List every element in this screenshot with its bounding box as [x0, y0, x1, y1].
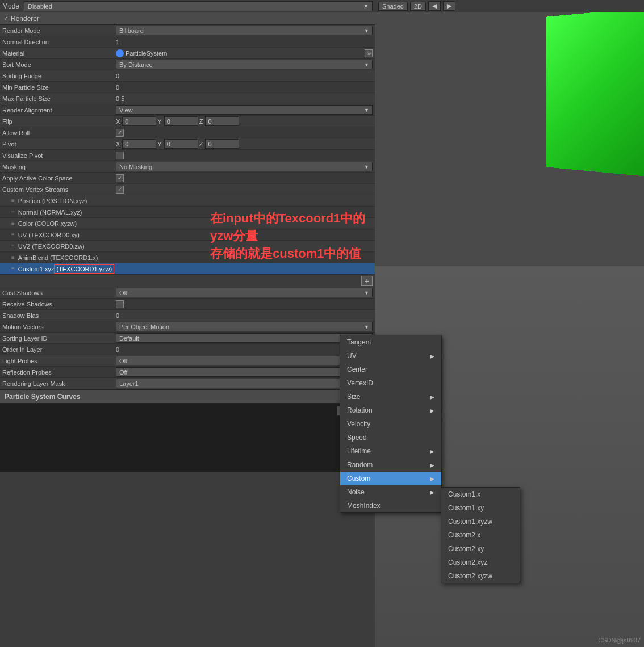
- ctx-size[interactable]: Size ▶: [340, 390, 441, 404]
- dropdown-render-mode[interactable]: Billboard ▼: [116, 26, 373, 35]
- label-sorting-layer-id: Sorting Layer ID: [2, 335, 116, 342]
- sub-ctx-custom1xy[interactable]: Custom1.xy: [441, 501, 520, 515]
- mode-dropdown[interactable]: Disabled ▼: [24, 1, 373, 11]
- prop-sorting-fudge: Sorting Fudge 0: [0, 70, 375, 82]
- flip-z[interactable]: [205, 116, 239, 126]
- prop-allow-roll: Allow Roll ✓: [0, 127, 375, 138]
- prop-cast-shadows: Cast Shadows Off ▼: [0, 287, 375, 299]
- ctx-custom[interactable]: Custom ▶: [340, 472, 441, 485]
- ctx-random[interactable]: Random ▶: [340, 458, 441, 472]
- stream-color: ≡ Color (COLOR.xyzw): [0, 218, 375, 229]
- curves-area: Optimize: [0, 404, 375, 472]
- value-shadow-bias: 0: [116, 312, 373, 319]
- dropdown-render-alignment[interactable]: View ▼: [116, 105, 373, 115]
- label-sorting-fudge: Sorting Fudge: [2, 73, 116, 79]
- prop-max-particle-size: Max Particle Size 0.5: [0, 93, 375, 104]
- pivot-xyz: X Y Z: [116, 139, 373, 149]
- dropdown-motion-vectors[interactable]: Per Object Motion ▼: [116, 322, 373, 331]
- ctx-center[interactable]: Center: [340, 363, 441, 376]
- value-normal-direction: 1: [116, 39, 373, 45]
- prop-pivot: Pivot X Y Z: [0, 138, 375, 150]
- dropdown-reflection-probes[interactable]: Off ▼: [116, 367, 373, 377]
- renderer-header: ✓ Renderer: [0, 12, 375, 25]
- label-allow-roll: Allow Roll: [2, 129, 116, 136]
- flip-y[interactable]: [164, 116, 198, 126]
- stream-normal: ≡ Normal (NORMAL.xyz): [0, 207, 375, 218]
- value-order-in-layer: 0: [116, 346, 373, 353]
- checkbox-visualize-pivot[interactable]: [116, 152, 124, 159]
- checkbox-receive-shadows[interactable]: [116, 300, 124, 308]
- label-visualize-pivot: Visualize Pivot: [2, 152, 116, 159]
- sub-ctx-custom2x[interactable]: Custom2.x: [441, 528, 520, 542]
- checkbox-allow-roll[interactable]: ✓: [116, 129, 124, 137]
- label-apply-active-color: Apply Active Color Space: [2, 175, 116, 182]
- value-sorting-fudge: 0: [116, 73, 373, 79]
- watermark: CSDN@js0907: [598, 637, 641, 644]
- label-material: Material: [2, 50, 116, 57]
- ctx-uv[interactable]: UV ▶: [340, 349, 441, 363]
- flip-x[interactable]: [122, 116, 156, 126]
- prop-normal-direction: Normal Direction 1: [0, 36, 375, 48]
- ctx-rotation[interactable]: Rotation ▶: [340, 404, 441, 417]
- dropdown-sorting-layer-id[interactable]: Default ▼: [116, 333, 373, 343]
- label-render-mode: Render Mode: [2, 27, 116, 34]
- viewport-nav-next[interactable]: ▶: [443, 1, 455, 11]
- sub-ctx-custom1xyzw[interactable]: Custom1.xyzw: [441, 515, 520, 528]
- vertex-streams-section: ≡ Position (POSITION.xyz) ≡ Normal (NORM…: [0, 195, 375, 287]
- renderer-label: Renderer: [11, 15, 39, 23]
- material-pick-btn[interactable]: ◎: [365, 49, 373, 57]
- label-render-alignment: Render Alignment: [2, 107, 116, 114]
- mode-dropdown-arrow: ▼: [363, 3, 369, 9]
- renderer-check: ✓: [3, 15, 9, 22]
- label-masking: Masking: [2, 163, 116, 170]
- checkbox-custom-vertex-streams[interactable]: ✓: [116, 186, 124, 194]
- ctx-lifetime[interactable]: Lifetime ▶: [340, 444, 441, 458]
- ctx-vertexid[interactable]: VertexID: [340, 376, 441, 390]
- ctx-velocity[interactable]: Velocity: [340, 417, 441, 431]
- prop-visualize-pivot: Visualize Pivot: [0, 150, 375, 161]
- sub-ctx-custom2xyzw[interactable]: Custom2.xyzw: [441, 569, 520, 583]
- checkbox-apply-active-color[interactable]: ✓: [116, 174, 124, 182]
- prop-flip: Flip X Y Z: [0, 116, 375, 127]
- dropdown-masking[interactable]: No Masking ▼: [116, 162, 373, 171]
- stream-custom1-highlight: (TEXCOORD1.yzw): [54, 264, 114, 274]
- label-max-particle-size: Max Particle Size: [2, 95, 116, 102]
- label-shadow-bias: Shadow Bias: [2, 312, 116, 319]
- prop-masking: Masking No Masking ▼: [0, 161, 375, 173]
- stream-position: ≡ Position (POSITION.xyz): [0, 195, 375, 207]
- sub-ctx-custom2xy[interactable]: Custom2.xy: [441, 542, 520, 556]
- dropdown-sort-mode[interactable]: By Distance ▼: [116, 60, 373, 69]
- ctx-speed[interactable]: Speed: [340, 431, 441, 444]
- pivot-z[interactable]: [205, 139, 239, 149]
- ctx-tangent[interactable]: Tangent: [340, 335, 441, 349]
- dropdown-light-probes[interactable]: Off ▼: [116, 356, 373, 365]
- material-field[interactable]: ParticleSystem ◎: [116, 49, 373, 57]
- ctx-meshindex[interactable]: MeshIndex: [340, 499, 441, 512]
- viewport-nav-prev[interactable]: ◀: [428, 1, 441, 11]
- label-normal-direction: Normal Direction: [2, 39, 116, 45]
- label-light-probes: Light Probes: [2, 358, 116, 364]
- ctx-noise[interactable]: Noise ▶: [340, 485, 441, 499]
- add-stream-btn[interactable]: +: [361, 276, 373, 286]
- dropdown-rendering-layer-mask[interactable]: Layer1 ▼: [116, 379, 373, 388]
- sub-ctx-custom2xyz[interactable]: Custom2.xyz: [441, 556, 520, 569]
- viewport-2d-btn[interactable]: 2D: [410, 2, 426, 11]
- label-motion-vectors: Motion Vectors: [2, 324, 116, 330]
- curves-label: Particle System Curves: [5, 393, 80, 401]
- dropdown-cast-shadows[interactable]: Off ▼: [116, 288, 373, 297]
- mode-label: Mode: [2, 2, 19, 10]
- stream-custom1[interactable]: ≡ Custom1.xyz (TEXCOORD1.yzw): [0, 263, 375, 275]
- prop-order-in-layer: Order in Layer 0: [0, 344, 375, 355]
- label-pivot: Pivot: [2, 141, 116, 148]
- prop-custom-vertex-streams: Custom Vertex Streams ✓: [0, 184, 375, 195]
- top-bar: Mode Disabled ▼: [0, 0, 375, 12]
- shaded-button[interactable]: Shaded: [378, 2, 408, 11]
- prop-render-mode: Render Mode Billboard ▼: [0, 25, 375, 36]
- stream-uv2: ≡ UV2 (TEXCOORD0.zw): [0, 241, 375, 252]
- pivot-x[interactable]: [122, 139, 156, 149]
- sub-ctx-custom1x[interactable]: Custom1.x: [441, 488, 520, 501]
- pivot-y[interactable]: [164, 139, 198, 149]
- prop-light-probes: Light Probes Off ▼: [0, 355, 375, 367]
- left-panel: Mode Disabled ▼ ✓ Renderer Render Mode B…: [0, 0, 375, 647]
- label-min-particle-size: Min Particle Size: [2, 84, 116, 91]
